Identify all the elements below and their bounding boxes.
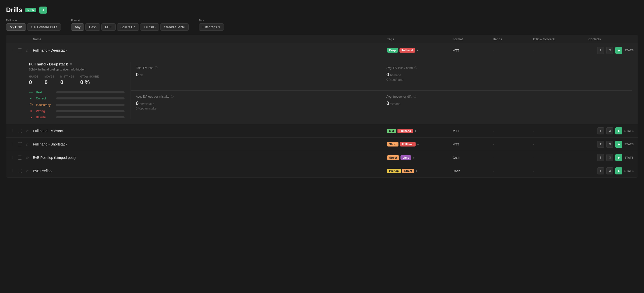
play-button[interactable]: ▶ bbox=[615, 47, 622, 54]
upload-button[interactable]: ⬆ bbox=[597, 127, 604, 134]
row-checkbox[interactable] bbox=[18, 129, 22, 133]
filter-gto-wizard[interactable]: GTO Wizard Drills bbox=[27, 23, 61, 31]
play-button[interactable]: ▶ bbox=[615, 167, 622, 174]
best-bar bbox=[56, 91, 125, 93]
correct-icon: ✔ bbox=[29, 97, 33, 100]
tags-label: Tags bbox=[199, 19, 224, 22]
add-tag-button[interactable]: + bbox=[417, 49, 419, 52]
info-icon-3[interactable]: ⓘ bbox=[171, 95, 174, 98]
gtow-cell: - bbox=[533, 156, 588, 160]
stats-button[interactable]: STATS bbox=[624, 49, 634, 52]
add-tag-button[interactable]: + bbox=[413, 156, 415, 160]
format-any[interactable]: Any bbox=[71, 23, 84, 31]
table-row: ⠿ ☆ Full hand - Midstack Mid Fullhand + … bbox=[6, 124, 638, 138]
correct-bar bbox=[56, 97, 125, 99]
drag-handle[interactable]: ⠿ bbox=[10, 48, 18, 52]
col-gtow: GTOW Score % bbox=[533, 38, 588, 41]
format-cell: MTT bbox=[453, 142, 493, 146]
add-tag-button[interactable]: + bbox=[415, 129, 417, 133]
edit-icon[interactable]: ✏ bbox=[70, 62, 73, 66]
add-tag-button[interactable]: + bbox=[416, 169, 418, 173]
drill-name: BvB Postflop (Limped pots) bbox=[33, 156, 387, 160]
hands-cell: - bbox=[493, 129, 533, 133]
settings-button[interactable]: ⚙ bbox=[606, 127, 613, 134]
star-icon[interactable]: ☆ bbox=[25, 155, 33, 160]
col-name: Name bbox=[33, 38, 387, 41]
avg-ev-hand-panel: Avg. EV loss / hand ⓘ 0 bb/hand 0 %pot/h… bbox=[381, 62, 632, 90]
wrong-label: Wrong bbox=[36, 109, 54, 113]
tags-dropdown[interactable]: Filter tags ▾ bbox=[199, 23, 224, 31]
drag-handle[interactable]: ⠿ bbox=[10, 169, 18, 173]
upload-button[interactable]: ⬆ bbox=[597, 154, 604, 161]
inaccuracy-bar bbox=[56, 104, 125, 106]
add-tag-button[interactable]: + bbox=[417, 142, 419, 146]
table-row: ⠿ ☆ Full hand - Deepstack Deep Fullhand … bbox=[6, 44, 638, 57]
star-icon[interactable]: ☆ bbox=[25, 169, 33, 173]
upload-button[interactable]: ⬆ bbox=[597, 47, 604, 54]
stat-moves: MOVES 0 bbox=[45, 75, 54, 86]
gtow-cell: - bbox=[533, 142, 588, 146]
play-button[interactable]: ▶ bbox=[615, 154, 622, 161]
format-hu-sng[interactable]: Hu SnG bbox=[140, 23, 159, 31]
format-straddle[interactable]: Straddle+Ante bbox=[160, 23, 189, 31]
controls-cell: ⬆ ⚙ ▶ STATS bbox=[588, 154, 634, 161]
upload-button[interactable]: ⬆ bbox=[597, 141, 604, 148]
settings-button[interactable]: ⚙ bbox=[606, 47, 613, 54]
row-checkbox[interactable] bbox=[18, 169, 22, 173]
stats-mini: HANDS 0 MOVES 0 MISTAKES 0 GTOW SCORE 0 … bbox=[29, 75, 125, 86]
stats-button[interactable]: STATS bbox=[624, 129, 634, 132]
row-checkbox[interactable] bbox=[18, 142, 22, 146]
download-button[interactable]: ⬇ bbox=[39, 7, 47, 14]
upload-button[interactable]: ⬆ bbox=[597, 167, 604, 174]
tag-mid: Mid bbox=[387, 129, 396, 133]
avg-ev-hand-sub: 0 %pot/hand bbox=[386, 78, 627, 82]
stat-gtow: GTOW SCORE 0 % bbox=[80, 75, 99, 86]
table-row: ⠿ ☆ BvB Preflop Preflop Street + Cash - … bbox=[6, 164, 638, 178]
format-spin-go[interactable]: Spin & Go bbox=[117, 23, 139, 31]
blunder-bar bbox=[56, 116, 125, 118]
best-icon: ✔✔ bbox=[29, 91, 33, 94]
settings-button[interactable]: ⚙ bbox=[606, 154, 613, 161]
inaccuracy-label: Inaccuracy bbox=[36, 103, 54, 107]
play-button[interactable]: ▶ bbox=[615, 141, 622, 148]
drag-handle[interactable]: ⠿ bbox=[10, 156, 18, 160]
blunder-icon: ▲ bbox=[29, 116, 33, 119]
blunder-label: Blunder bbox=[36, 116, 54, 119]
stats-button[interactable]: STATS bbox=[624, 156, 634, 159]
tag-fullhand: Fullhand bbox=[397, 129, 413, 133]
col-controls: Controls bbox=[588, 38, 634, 41]
drag-handle[interactable]: ⠿ bbox=[10, 142, 18, 146]
drill-name: Full hand - Midstack bbox=[33, 129, 387, 133]
tag-fullhand: Fullhand bbox=[399, 48, 415, 53]
filter-my-drills[interactable]: My Drills bbox=[6, 23, 26, 31]
gtow-score-value: 0 % bbox=[80, 79, 99, 86]
info-icon-2[interactable]: ⓘ bbox=[414, 66, 417, 70]
total-ev-panel: Total EV loss ⓘ 0 bb bbox=[131, 62, 381, 90]
row-checkbox[interactable] bbox=[18, 156, 22, 160]
settings-button[interactable]: ⚙ bbox=[606, 141, 613, 148]
star-icon[interactable]: ☆ bbox=[25, 129, 33, 133]
info-icon-4[interactable]: ⓘ bbox=[414, 95, 416, 98]
play-button[interactable]: ▶ bbox=[615, 127, 622, 134]
row-checkbox[interactable] bbox=[18, 48, 22, 52]
stats-button[interactable]: STATS bbox=[624, 169, 634, 172]
wrong-bar bbox=[56, 110, 125, 112]
controls-cell: ⬆ ⚙ ▶ STATS bbox=[588, 141, 634, 148]
drag-handle[interactable]: ⠿ bbox=[10, 129, 18, 133]
table-row: ⠿ ☆ BvB Postflop (Limped pots) Street Li… bbox=[6, 151, 638, 164]
stats-button[interactable]: STATS bbox=[624, 143, 634, 146]
settings-button[interactable]: ⚙ bbox=[606, 167, 613, 174]
new-badge: NEW bbox=[25, 8, 36, 12]
expanded-drill-name: Full hand - Deepstack ✏ bbox=[29, 62, 125, 66]
star-icon[interactable]: ☆ bbox=[25, 142, 33, 147]
star-icon[interactable]: ☆ bbox=[25, 48, 33, 53]
gtow-cell: - bbox=[533, 169, 588, 173]
avg-freq-value: 0 %/hand bbox=[386, 100, 627, 106]
mistakes-label: MISTAKES bbox=[60, 75, 74, 78]
format-mtt[interactable]: MTT bbox=[101, 23, 116, 31]
info-icon[interactable]: ⓘ bbox=[155, 66, 157, 70]
tag-street: Street bbox=[387, 155, 399, 160]
format-cash[interactable]: Cash bbox=[85, 23, 100, 31]
tags-cell: Preflop Street + bbox=[387, 169, 453, 173]
format-cell: MTT bbox=[453, 129, 493, 133]
